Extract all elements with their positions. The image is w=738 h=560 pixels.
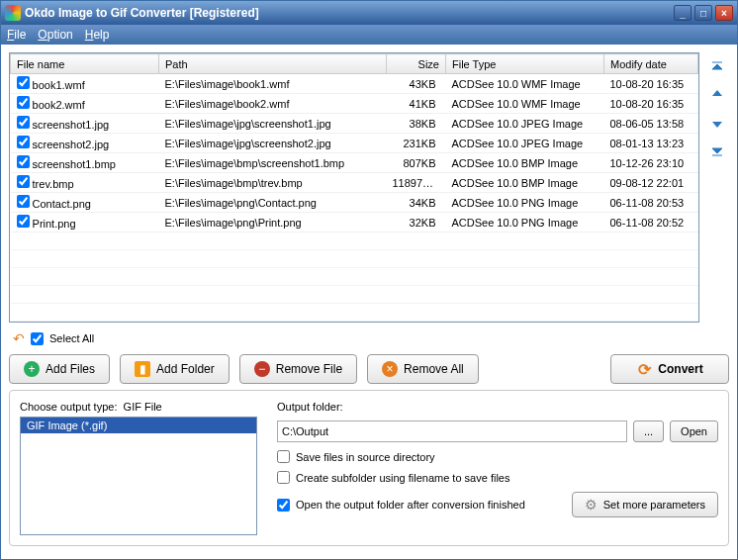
save-in-source-row: Save files in source directory <box>277 450 718 463</box>
convert-button[interactable]: ⟳Convert <box>610 354 729 384</box>
row-checkbox[interactable] <box>17 175 30 188</box>
cell-file-name: screenshot1.jpg <box>33 119 110 131</box>
open-after-checkbox[interactable] <box>277 499 290 512</box>
open-folder-button[interactable]: Open <box>670 420 718 442</box>
row-checkbox[interactable] <box>17 136 30 148</box>
cell-size: 11897KB <box>387 173 446 193</box>
remove-file-button[interactable]: −Remove File <box>239 354 357 384</box>
cell-date: 06-11-08 20:52 <box>604 213 698 233</box>
remove-all-button[interactable]: ×Remove All <box>367 354 479 384</box>
output-type-list[interactable]: GIF Image (*.gif) <box>20 417 257 535</box>
window-title: Okdo Image to Gif Converter [Registered] <box>25 6 674 20</box>
minimize-button[interactable]: _ <box>674 5 692 21</box>
table-row[interactable]: trev.bmpE:\Files\image\bmp\trev.bmp11897… <box>11 173 698 193</box>
create-subfolder-checkbox[interactable] <box>277 471 290 484</box>
table-row[interactable]: screenshot2.jpgE:\Files\image\jpg\screen… <box>11 134 698 153</box>
select-all-row: ↶ Select All <box>9 328 729 348</box>
row-checkbox[interactable] <box>17 76 30 89</box>
file-table: File name Path Size File Type Modify dat… <box>10 53 698 322</box>
output-type-value: GIF File <box>124 401 162 413</box>
add-folder-button[interactable]: ▮Add Folder <box>120 354 230 384</box>
table-row[interactable]: screenshot1.bmpE:\Files\image\bmp\screen… <box>11 153 698 173</box>
up-folder-icon[interactable]: ↶ <box>13 330 25 346</box>
cell-date: 08-01-13 13:23 <box>604 134 698 153</box>
cell-type: ACDSee 10.0 WMF Image <box>446 74 604 94</box>
row-checkbox[interactable] <box>17 96 30 109</box>
remove-file-label: Remove File <box>276 362 342 376</box>
minus-icon: − <box>254 361 270 377</box>
move-down-button[interactable] <box>707 112 727 134</box>
maximize-button[interactable]: □ <box>694 5 712 21</box>
cell-size: 38KB <box>387 114 446 134</box>
table-row[interactable]: Contact.pngE:\Files\image\png\Contact.pn… <box>11 193 698 213</box>
table-row-empty <box>11 250 698 268</box>
add-files-label: Add Files <box>46 362 95 376</box>
folder-icon: ▮ <box>135 361 150 377</box>
col-size[interactable]: Size <box>387 54 446 74</box>
menu-file[interactable]: File <box>7 28 26 42</box>
title-bar: Okdo Image to Gif Converter [Registered]… <box>1 1 737 25</box>
set-more-parameters-button[interactable]: ⚙Set more parameters <box>572 492 718 517</box>
close-button[interactable]: × <box>715 5 733 21</box>
save-in-source-label: Save files in source directory <box>296 451 435 463</box>
col-path[interactable]: Path <box>159 54 387 74</box>
add-files-button[interactable]: +Add Files <box>9 354 110 384</box>
move-up-button[interactable] <box>707 84 727 106</box>
app-icon <box>5 5 21 21</box>
gear-icon: ⚙ <box>585 497 598 513</box>
cell-path: E:\Files\image\book1.wmf <box>159 74 387 94</box>
cell-path: E:\Files\image\png\Contact.png <box>159 193 387 213</box>
cell-type: ACDSee 10.0 BMP Image <box>446 173 604 193</box>
cell-file-name: trev.bmp <box>33 178 74 190</box>
action-button-row: +Add Files ▮Add Folder −Remove File ×Rem… <box>9 354 729 384</box>
convert-icon: ⟳ <box>636 361 652 377</box>
select-all-checkbox[interactable] <box>31 332 44 345</box>
cell-path: E:\Files\image\bmp\screenshot1.bmp <box>159 153 387 173</box>
window-buttons: _ □ × <box>674 5 733 21</box>
output-type-label-row: Choose output type: GIF File <box>20 401 257 413</box>
cell-size: 41KB <box>387 94 446 114</box>
cell-file-name: book2.wmf <box>33 99 85 111</box>
move-top-button[interactable] <box>707 56 727 78</box>
table-row[interactable]: book1.wmfE:\Files\image\book1.wmf43KBACD… <box>11 74 698 94</box>
row-checkbox[interactable] <box>17 195 30 208</box>
set-more-parameters-label: Set more parameters <box>603 499 705 511</box>
table-row[interactable]: Print.pngE:\Files\image\png\Print.png32K… <box>11 213 698 233</box>
cell-size: 43KB <box>387 74 446 94</box>
cell-size: 32KB <box>387 213 446 233</box>
clear-icon: × <box>382 361 398 377</box>
cell-file-name: screenshot1.bmp <box>33 158 116 170</box>
menu-option[interactable]: Option <box>38 28 72 42</box>
save-in-source-checkbox[interactable] <box>277 450 290 463</box>
convert-label: Convert <box>658 362 702 376</box>
table-row[interactable]: screenshot1.jpgE:\Files\image\jpg\screen… <box>11 114 698 134</box>
output-folder-input[interactable] <box>277 420 627 442</box>
file-table-container: File name Path Size File Type Modify dat… <box>9 52 699 323</box>
table-row-empty <box>11 304 698 322</box>
col-modify-date[interactable]: Modify date <box>604 54 698 74</box>
table-row-empty <box>11 268 698 286</box>
output-folder-label: Output folder: <box>277 401 718 413</box>
table-row-empty <box>11 233 698 250</box>
main-window: Okdo Image to Gif Converter [Registered]… <box>0 0 738 560</box>
plus-icon: + <box>24 361 40 377</box>
browse-button[interactable]: ... <box>633 420 664 442</box>
move-bottom-button[interactable] <box>707 140 727 161</box>
cell-date: 10-12-26 23:10 <box>604 153 698 173</box>
cell-date: 10-08-20 16:35 <box>604 94 698 114</box>
row-checkbox[interactable] <box>17 116 30 129</box>
cell-size: 807KB <box>387 153 446 173</box>
cell-type: ACDSee 10.0 WMF Image <box>446 94 604 114</box>
row-checkbox[interactable] <box>17 155 30 168</box>
menu-help[interactable]: Help <box>85 28 110 42</box>
col-file-name[interactable]: File name <box>11 54 159 74</box>
row-checkbox[interactable] <box>17 215 30 228</box>
output-folder-row: ... Open <box>277 420 718 442</box>
table-header-row: File name Path Size File Type Modify dat… <box>11 54 698 74</box>
cell-date: 10-08-20 16:35 <box>604 74 698 94</box>
add-folder-label: Add Folder <box>156 362 215 376</box>
output-type-item[interactable]: GIF Image (*.gif) <box>21 418 256 433</box>
col-file-type[interactable]: File Type <box>446 54 604 74</box>
cell-type: ACDSee 10.0 JPEG Image <box>446 134 604 153</box>
table-row[interactable]: book2.wmfE:\Files\image\book2.wmf41KBACD… <box>11 94 698 114</box>
